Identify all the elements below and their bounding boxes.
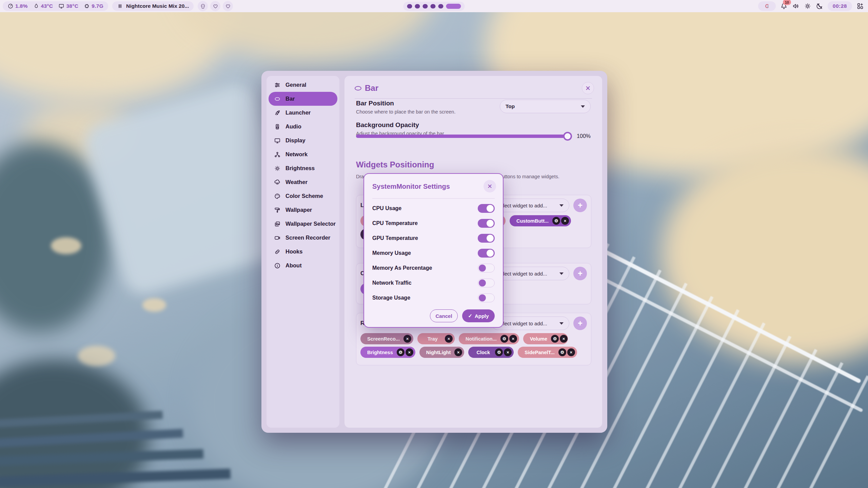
sidebar-item-screen-recorder[interactable]: Screen Recorder xyxy=(269,231,337,245)
widget-chip-brightness[interactable]: Brightness⚙× xyxy=(360,347,415,358)
apply-button[interactable]: ✓ Apply xyxy=(462,309,495,322)
media-player-pill[interactable]: Nightcore Music Mix 20... xyxy=(112,1,194,11)
toggle-switch[interactable] xyxy=(478,219,495,228)
page-title: Bar xyxy=(365,83,378,93)
toggle-switch[interactable] xyxy=(478,293,495,302)
widget-chip-clock[interactable]: Clock⚙× xyxy=(468,347,514,358)
bar-position-select[interactable]: Top xyxy=(500,100,591,113)
system-stats-pill[interactable]: 1.8%43°C38°C9.7G xyxy=(3,1,108,11)
sidebar-item-brightness[interactable]: Brightness xyxy=(269,161,337,175)
add-widget-button[interactable]: + xyxy=(573,199,587,212)
chip-remove-button[interactable]: × xyxy=(454,348,462,356)
add-widget-button[interactable]: + xyxy=(573,317,587,330)
sidebar-item-network[interactable]: Network xyxy=(269,147,337,161)
add-widget-placeholder: Select widget to add... xyxy=(497,271,556,277)
add-widget-button[interactable]: + xyxy=(573,267,587,280)
sidebar-item-color-scheme[interactable]: Color Scheme xyxy=(269,189,337,203)
gear-icon: ⚙ xyxy=(497,350,501,355)
toggle-switch[interactable] xyxy=(478,264,495,272)
brightness-icon xyxy=(274,165,281,172)
bar-pill-icon xyxy=(274,96,281,102)
chip-remove-button[interactable]: × xyxy=(560,335,568,343)
pause-icon[interactable] xyxy=(117,3,123,9)
widget-chip-volume[interactable]: Volume⚙× xyxy=(523,333,568,344)
background-opacity-slider[interactable] xyxy=(356,135,571,138)
heart-button[interactable] xyxy=(223,1,233,11)
notifications-button[interactable]: 10 xyxy=(780,2,788,10)
sidebar-item-hooks[interactable]: Hooks xyxy=(269,245,337,259)
chip-label: Clock xyxy=(475,350,491,355)
widget-chip-sidepanelt[interactable]: SidePanelT...⚙× xyxy=(518,347,577,358)
sidebar-item-audio[interactable]: Audio xyxy=(269,120,337,134)
workspace-active[interactable] xyxy=(446,4,461,9)
chip-settings-button[interactable]: ⚙ xyxy=(397,348,405,356)
heart-icon xyxy=(213,3,218,9)
toggle-switch[interactable] xyxy=(478,249,495,258)
sidebar-item-about[interactable]: About xyxy=(269,259,337,272)
widget-chip-notification[interactable]: Notification...⚙× xyxy=(459,333,519,344)
chip-remove-button[interactable]: × xyxy=(561,217,569,225)
dashboard-plus-icon[interactable] xyxy=(856,2,864,10)
skull-button[interactable] xyxy=(198,1,208,11)
chip-remove-button[interactable]: × xyxy=(567,348,575,356)
modal-divider xyxy=(372,198,495,199)
sidebar-item-label: Bar xyxy=(285,96,295,102)
toggle-label: CPU Usage xyxy=(372,205,401,211)
workspaces-indicator[interactable] xyxy=(403,2,465,11)
sidebar-item-general[interactable]: General xyxy=(269,78,337,92)
toggle-row-memory-usage: Memory Usage xyxy=(372,246,495,261)
heart-button[interactable] xyxy=(210,1,220,11)
volume-icon[interactable] xyxy=(792,2,800,10)
toggle-switch[interactable] xyxy=(478,279,495,287)
toggle-switch[interactable] xyxy=(478,234,495,243)
chip-remove-button[interactable]: × xyxy=(504,348,512,356)
tray-app-icon[interactable] xyxy=(764,3,770,9)
modal-close-button[interactable]: ✕ xyxy=(484,180,496,192)
link-icon xyxy=(274,248,281,255)
widget-chip-tray[interactable]: Tray× xyxy=(417,333,455,344)
close-icon: × xyxy=(406,336,409,341)
sidebar-item-wallpaper-selector[interactable]: Wallpaper Selector xyxy=(269,217,337,231)
close-icon: × xyxy=(564,218,567,223)
sidebar-item-bar[interactable]: Bar xyxy=(269,92,337,106)
sidebar-item-launcher[interactable]: Launcher xyxy=(269,106,337,120)
workspace-dot[interactable] xyxy=(407,4,412,8)
gear-icon: ⚙ xyxy=(553,336,557,341)
toggle-switch[interactable] xyxy=(478,204,495,213)
system-tray[interactable] xyxy=(758,1,776,11)
workspace-dot[interactable] xyxy=(415,4,420,8)
stat-item: 38°C xyxy=(58,3,78,9)
chip-settings-button[interactable]: ⚙ xyxy=(495,348,503,356)
chip-remove-button[interactable]: × xyxy=(509,335,517,343)
chip-settings-button[interactable]: ⚙ xyxy=(558,348,566,356)
chip-remove-button[interactable]: × xyxy=(445,335,453,343)
brightness-icon[interactable] xyxy=(804,2,811,10)
workspace-dot[interactable] xyxy=(438,4,443,8)
toggle-label: Memory Usage xyxy=(372,250,411,256)
bar-pill-icon xyxy=(355,86,361,90)
sidebar-item-wallpaper[interactable]: Wallpaper xyxy=(269,203,337,217)
close-settings-button[interactable]: ✕ xyxy=(582,82,594,94)
sliders-icon xyxy=(274,82,281,88)
close-icon: × xyxy=(570,350,573,355)
sidebar-item-label: Weather xyxy=(285,179,308,185)
bar-position-label: Bar Position xyxy=(356,100,455,107)
nightlight-off-icon[interactable] xyxy=(816,2,823,10)
workspace-dot[interactable] xyxy=(431,4,436,8)
widget-chip-screenreco[interactable]: ScreenReco...× xyxy=(360,333,413,344)
slider-knob[interactable] xyxy=(563,132,572,141)
cancel-button[interactable]: Cancel xyxy=(430,309,458,322)
sidebar-item-display[interactable]: Display xyxy=(269,134,337,147)
widget-chip-nightlight[interactable]: NightLight× xyxy=(419,347,464,358)
chip-settings-button[interactable]: ⚙ xyxy=(551,335,559,343)
chip-remove-button[interactable]: × xyxy=(406,348,413,356)
widget-chip-custombutt[interactable]: CustomButt...⚙× xyxy=(510,215,571,226)
sidebar-item-weather[interactable]: Weather xyxy=(269,175,337,189)
clock[interactable]: 00:28 xyxy=(828,1,852,11)
chevron-down-icon xyxy=(559,204,564,207)
plus-icon: + xyxy=(578,319,583,328)
chip-settings-button[interactable]: ⚙ xyxy=(500,335,508,343)
chip-settings-button[interactable]: ⚙ xyxy=(552,217,560,225)
workspace-dot[interactable] xyxy=(423,4,428,8)
chip-remove-button[interactable]: × xyxy=(403,335,411,343)
